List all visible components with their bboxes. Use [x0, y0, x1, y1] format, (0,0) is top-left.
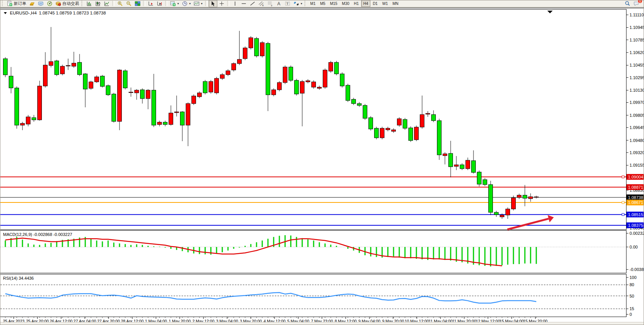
timeframe-mn-button[interactable]: MN: [390, 0, 401, 7]
new-order-label: 新订单: [14, 1, 26, 6]
auto-scroll-button[interactable]: [147, 0, 155, 7]
toolbar-grip[interactable]: [2, 1, 5, 6]
svg-text:A: A: [277, 1, 281, 6]
svg-text:1.09320: 1.09320: [630, 150, 644, 155]
toolbar-grip: [304, 1, 307, 6]
timeframe-m15-button[interactable]: M15: [328, 0, 340, 7]
svg-text:100: 100: [630, 275, 636, 280]
trendline-tool[interactable]: [248, 0, 257, 7]
search-button[interactable]: [623, 0, 632, 7]
svg-text:1.08871: 1.08871: [628, 185, 643, 190]
rsi-indicator-label: RSI(14) 34.4436: [3, 276, 34, 280]
auto-trading-button[interactable]: 自动交易: [54, 0, 81, 7]
new-chart-button[interactable]: ▾: [169, 0, 180, 7]
svg-text:1.09004: 1.09004: [628, 175, 643, 179]
svg-text:1.08738: 1.08738: [628, 195, 643, 200]
new-order-button[interactable]: 新订单: [5, 0, 28, 7]
svg-text:80: 80: [630, 282, 634, 287]
arrows-icon: [293, 1, 299, 6]
dropdown-arrow-icon: ▾: [177, 2, 179, 5]
cursor-icon: [210, 1, 216, 6]
templates-button[interactable]: ▾: [192, 0, 204, 7]
svg-text:1.10455: 1.10455: [630, 63, 644, 67]
search-icon: [625, 1, 630, 6]
chart-symbol-timeframe: EURUSD-,H4: [10, 11, 37, 15]
text-label-tool[interactable]: T: [283, 0, 292, 7]
svg-text:1.10130: 1.10130: [630, 88, 644, 92]
bar-chart-button[interactable]: [85, 0, 94, 7]
timeframe-m30-button[interactable]: M30: [340, 0, 351, 7]
rsi-name: RSI(14): [3, 276, 18, 280]
mql5-button[interactable]: [28, 0, 37, 7]
auto-scroll-icon: [148, 1, 154, 6]
svg-text:15: 15: [630, 306, 634, 311]
trendline-icon: [250, 1, 255, 6]
toolbar-separator: [205, 1, 207, 6]
candlestick-chart-icon: [95, 1, 101, 6]
macd-values: -0.002868 -0.003227: [33, 232, 72, 237]
tile-windows-button[interactable]: [133, 0, 142, 7]
timeframe-w1-button[interactable]: W1: [380, 0, 390, 7]
arrows-tool[interactable]: ▾: [292, 0, 304, 7]
zoom-in-button[interactable]: [116, 0, 124, 7]
svg-text:1.10620: 1.10620: [630, 50, 644, 55]
svg-text:T: T: [287, 2, 289, 6]
cursor-tool-button[interactable]: [209, 0, 217, 7]
svg-text:1.09480: 1.09480: [630, 138, 644, 143]
crosshair-icon: [219, 1, 225, 6]
market-watch-button[interactable]: [37, 0, 45, 7]
text-tool[interactable]: A: [274, 0, 283, 7]
channel-tool[interactable]: E: [257, 0, 266, 7]
chart-title: EURUSD-,H4 1.08745 1.08759 1.08723 1.087…: [4, 11, 106, 15]
svg-text:F: F: [271, 4, 273, 6]
svg-text:1.09645: 1.09645: [630, 125, 644, 130]
svg-text:50: 50: [630, 294, 634, 298]
template-chart-icon: [194, 1, 199, 6]
svg-text:1.10785: 1.10785: [630, 38, 644, 42]
timeframe-m1-button[interactable]: M1: [308, 0, 318, 7]
gold-bar-icon: [29, 1, 35, 6]
toolbar-separator: [112, 1, 115, 6]
svg-text:1.11110: 1.11110: [630, 13, 644, 17]
horizontal-line-tool[interactable]: [239, 0, 248, 7]
zoom-out-button[interactable]: [124, 0, 133, 7]
collapse-triangle-icon[interactable]: [4, 12, 7, 14]
signal-icon: [47, 1, 53, 6]
svg-text:1.10295: 1.10295: [630, 75, 644, 80]
timeframe-d1-button[interactable]: D1: [370, 0, 380, 7]
chart-shift-button[interactable]: [155, 0, 164, 7]
toolbar-separator: [143, 1, 145, 6]
candlestick-chart[interactable]: 1.111101.109451.107851.106201.104551.102…: [0, 8, 644, 324]
candlestick-chart-button[interactable]: [94, 0, 102, 7]
svg-text:1.08515: 1.08515: [628, 212, 643, 217]
svg-text:0.002324: 0.002324: [630, 231, 644, 236]
monitor-icon: [38, 1, 44, 6]
new-chart-icon: [170, 1, 176, 6]
periods-button[interactable]: ▾: [180, 0, 192, 7]
signals-button[interactable]: [45, 0, 54, 7]
timeframe-h4-button[interactable]: H4: [361, 0, 371, 7]
dropdown-arrow-icon: ▾: [201, 2, 202, 5]
auto-trading-icon: [56, 1, 61, 6]
svg-text:0.00: 0.00: [630, 245, 638, 249]
fibonacci-tool[interactable]: F: [266, 0, 274, 7]
vertical-line-tool[interactable]: [231, 0, 239, 7]
svg-text:1.09970: 1.09970: [630, 100, 644, 105]
chart-window[interactable]: EURUSD-,H4 1.08745 1.08759 1.08723 1.087…: [0, 8, 644, 323]
svg-text:1.09155: 1.09155: [630, 163, 644, 167]
tile-windows-icon: [135, 1, 140, 6]
chat-button[interactable]: 1: [632, 0, 641, 7]
line-chart-icon: [104, 1, 110, 6]
chart-ohlc-values: 1.08745 1.08759 1.08723 1.08738: [39, 11, 106, 15]
timeframe-toolbar: M1M5M15M30H1H4D1W1MN: [308, 0, 401, 7]
svg-text:1.10945: 1.10945: [630, 25, 644, 30]
svg-text:1.08375: 1.08375: [628, 223, 643, 228]
crosshair-tool-button[interactable]: [217, 0, 226, 7]
clock-icon: [182, 1, 188, 6]
timeframe-m5-button[interactable]: M5: [318, 0, 328, 7]
timeframe-h1-button[interactable]: H1: [352, 0, 361, 7]
line-chart-button[interactable]: [102, 0, 111, 7]
main-toolbar: 新订单 自动交易 ▾ ▾ ▾ E F: [0, 0, 644, 7]
dropdown-arrow-icon: ▾: [189, 2, 191, 5]
macd-name: MACD(12,26,9): [3, 232, 32, 237]
